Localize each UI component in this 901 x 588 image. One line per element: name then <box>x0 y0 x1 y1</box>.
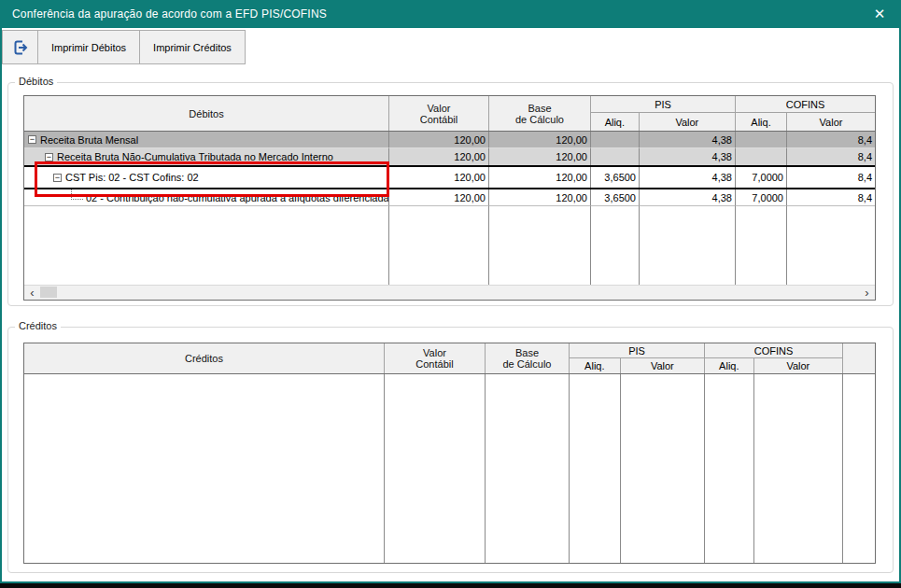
grid-empty-area <box>24 206 875 285</box>
cell-pis-valor: 4,38 <box>640 132 736 148</box>
col-header-cofins-aliq: Aliq. <box>736 113 787 131</box>
creditos-grid: Créditos Valor Contábil Base de Cálculo … <box>23 343 876 564</box>
col-header-valor-contabil: Valor Contábil <box>385 343 486 373</box>
col-group-pis: PIS Aliq. Valor <box>570 343 705 373</box>
col-header-cofins-valor: Valor <box>754 358 842 373</box>
debitos-grid-header: Débitos Valor Contábil Base de Cálculo P… <box>24 96 875 132</box>
app-root: Conferência da apuração de acordo com a … <box>0 0 901 588</box>
close-button[interactable]: ✕ <box>869 4 890 24</box>
cell-cofins-aliq: 7,0000 <box>736 189 787 206</box>
cell-pis-aliq <box>591 132 640 148</box>
col-header-pis-valor: Valor <box>621 358 704 373</box>
cell-tree: 02 - Contribuição não-cumulativa apurada… <box>24 189 389 206</box>
tree-row-contribuicao-nao-cumulativa[interactable]: 02 - Contribuição não-cumulativa apurada… <box>24 189 875 206</box>
collapse-expander-icon[interactable]: − <box>53 174 62 182</box>
cell-tree: − Receita Bruta Não-Cumulativa Tributada… <box>24 148 389 165</box>
print-credits-button[interactable]: Imprimir Créditos <box>140 31 245 63</box>
pis-group-label: PIS <box>591 96 735 113</box>
cell-cofins-aliq <box>736 148 787 165</box>
horizontal-scrollbar[interactable]: ‹ › <box>24 285 875 300</box>
debitos-group-label: Débitos <box>15 76 57 87</box>
col-header-spare <box>843 343 875 373</box>
cell-cofins-valor: 8,4 <box>787 189 875 206</box>
col-header-pis-valor: Valor <box>640 113 735 131</box>
cell-pis-valor: 4,38 <box>640 167 736 188</box>
scroll-right-icon[interactable]: › <box>860 286 874 299</box>
cell-cofins-aliq: 7,0000 <box>736 167 787 188</box>
exit-button[interactable] <box>3 31 38 63</box>
col-header-creditos: Créditos <box>24 343 385 373</box>
cell-cofins-aliq <box>736 132 787 148</box>
col-header-cofins-aliq: Aliq. <box>705 358 754 373</box>
col-header-pis-aliq: Aliq. <box>570 358 621 373</box>
debitos-grid-body: − Receita Bruta Mensal 120,00 120,00 4,3… <box>24 132 875 285</box>
cell-base-calculo: 120,00 <box>489 167 591 188</box>
pis-group-label: PIS <box>570 343 704 358</box>
tree-row-cst-pis-cofins[interactable]: − CST Pis: 02 - CST Cofins: 02 120,00 12… <box>24 165 875 189</box>
cell-pis-aliq: 3,6500 <box>591 189 640 206</box>
debitos-grid: Débitos Valor Contábil Base de Cálculo P… <box>23 95 876 301</box>
cell-base-calculo: 120,00 <box>489 189 591 206</box>
cell-valor-contabil: 120,00 <box>389 148 489 165</box>
window-title: Conferência da apuração de acordo com a … <box>0 7 327 21</box>
cell-base-calculo: 120,00 <box>489 148 591 165</box>
col-header-base-calculo: Base de Cálculo <box>489 96 591 131</box>
exit-icon <box>10 37 31 58</box>
collapse-expander-icon[interactable]: − <box>45 153 53 161</box>
scrollbar-thumb[interactable] <box>40 287 57 298</box>
toolbar: Imprimir Débitos Imprimir Créditos <box>2 30 246 64</box>
titlebar: Conferência da apuração de acordo com a … <box>0 0 901 28</box>
cell-cofins-valor: 8,4 <box>787 148 875 165</box>
cell-valor-contabil: 120,00 <box>389 189 489 206</box>
close-icon: ✕ <box>874 6 886 22</box>
grid-empty-area <box>24 374 875 563</box>
tree-row-receita-nao-cumulativa[interactable]: − Receita Bruta Não-Cumulativa Tributada… <box>24 148 875 165</box>
cell-base-calculo: 120,00 <box>489 132 591 148</box>
cell-valor-contabil: 120,00 <box>389 167 489 188</box>
cell-pis-valor: 4,38 <box>640 148 736 165</box>
cell-valor-contabil: 120,00 <box>389 132 489 148</box>
collapse-expander-icon[interactable]: − <box>28 135 36 144</box>
cell-pis-aliq <box>591 148 640 165</box>
creditos-group-label: Créditos <box>15 320 61 331</box>
cell-tree: − CST Pis: 02 - CST Cofins: 02 <box>24 167 389 188</box>
col-header-cofins-valor: Valor <box>787 113 875 131</box>
scroll-left-icon[interactable]: ‹ <box>25 286 39 299</box>
cell-tree: − Receita Bruta Mensal <box>24 132 389 148</box>
col-group-cofins: COFINS Aliq. Valor <box>705 343 843 373</box>
tree-branch-connector <box>71 189 83 200</box>
cell-pis-aliq: 3,6500 <box>591 167 640 188</box>
col-header-valor-contabil: Valor Contábil <box>389 96 489 131</box>
cell-cofins-valor: 8,4 <box>787 132 875 148</box>
cofins-group-label: COFINS <box>705 343 842 358</box>
col-header-debitos: Débitos <box>24 96 389 131</box>
tree-row-receita-bruta-mensal[interactable]: − Receita Bruta Mensal 120,00 120,00 4,3… <box>24 132 875 148</box>
col-group-pis: PIS Aliq. Valor <box>591 96 736 131</box>
col-header-pis-aliq: Aliq. <box>591 113 640 131</box>
cell-pis-valor: 4,38 <box>640 189 736 206</box>
cell-cofins-valor: 8,4 <box>787 167 875 188</box>
col-group-cofins: COFINS Aliq. Valor <box>736 96 875 131</box>
cofins-group-label: COFINS <box>736 96 875 113</box>
print-debits-button[interactable]: Imprimir Débitos <box>38 31 140 63</box>
col-header-base-calculo: Base de Cálculo <box>486 343 570 373</box>
creditos-grid-body <box>24 374 875 563</box>
creditos-grid-header: Créditos Valor Contábil Base de Cálculo … <box>24 343 875 374</box>
